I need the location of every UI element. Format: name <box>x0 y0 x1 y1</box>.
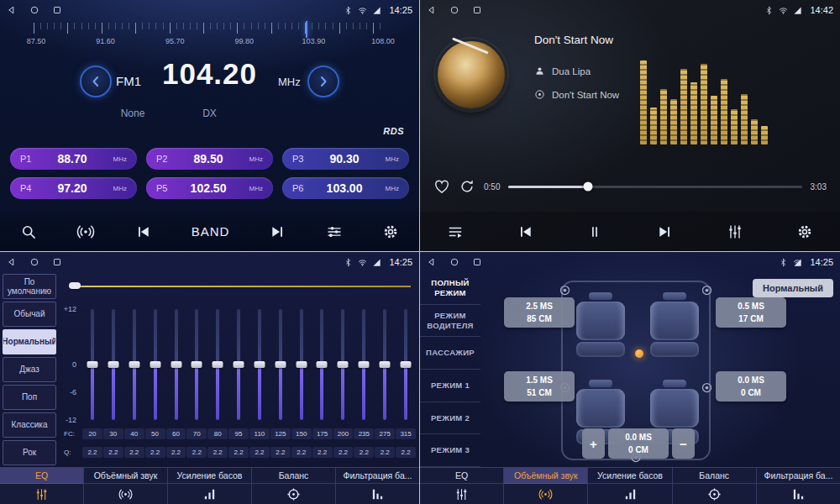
eq-band-slider[interactable] <box>103 309 124 420</box>
back-icon[interactable] <box>7 5 17 15</box>
progress-knob[interactable] <box>583 182 592 192</box>
tune-icon[interactable] <box>326 223 343 240</box>
eq-preset-classic[interactable]: Классика <box>3 412 56 438</box>
eq-band-slider[interactable] <box>165 309 186 420</box>
eq-band-slider[interactable] <box>249 309 270 420</box>
tab-surround[interactable]: Объёмный звук <box>503 468 587 504</box>
eq-band-knob[interactable] <box>296 361 307 368</box>
eq-band-slider[interactable] <box>270 309 291 420</box>
tab-filter[interactable]: Фильтрация ба... <box>756 468 840 504</box>
recents-square-icon[interactable] <box>52 257 62 267</box>
faders-icon[interactable] <box>727 223 743 240</box>
eq-band-slider[interactable] <box>124 309 145 420</box>
tab-balance[interactable]: Баланс <box>672 468 756 504</box>
heart-icon[interactable] <box>433 178 450 195</box>
gear-icon[interactable] <box>796 223 813 240</box>
sound-preset-button[interactable]: Нормальный <box>753 279 833 297</box>
recents-square-icon[interactable] <box>472 257 482 267</box>
delay-rear-left[interactable]: 1.5 MS 51 CM <box>504 371 575 402</box>
tab-bass-boost[interactable]: Усиление басов <box>587 468 671 504</box>
decrease-delay-button[interactable]: − <box>672 428 695 459</box>
eq-band-slider[interactable] <box>291 309 312 420</box>
eq-preset-jazz[interactable]: Джаз <box>3 357 56 382</box>
gear-icon[interactable] <box>382 223 399 240</box>
home-circle-icon[interactable] <box>29 5 39 15</box>
eq-band-knob[interactable] <box>338 361 349 368</box>
eq-band-slider[interactable] <box>228 309 249 420</box>
eq-band-knob[interactable] <box>358 361 369 368</box>
delay-front-right[interactable]: 0.5 MS 17 CM <box>716 297 786 328</box>
preset-button-p1[interactable]: P1 88.70 MHz <box>10 148 137 170</box>
eq-band-knob[interactable] <box>192 361 202 368</box>
preset-button-p5[interactable]: P5 102.50 MHz <box>146 177 273 199</box>
eq-band-knob[interactable] <box>129 361 140 368</box>
eq-band-knob[interactable] <box>234 361 244 368</box>
repeat-icon[interactable] <box>459 178 475 195</box>
eq-preset-default[interactable]: По умолчанию <box>3 274 56 299</box>
eq-preset-normal[interactable]: Нормальный <box>3 329 56 354</box>
home-circle-icon[interactable] <box>449 257 459 267</box>
mode-2[interactable]: РЕЖИМ 2 <box>420 402 480 435</box>
eq-band-knob[interactable] <box>213 361 223 368</box>
preset-button-p3[interactable]: P3 90.30 MHz <box>282 148 409 170</box>
eq-band-slider[interactable] <box>207 309 228 420</box>
eq-band-knob[interactable] <box>275 361 286 368</box>
mode-full[interactable]: ПОЛНЫЙ РЕЖИМ <box>420 272 480 305</box>
recents-square-icon[interactable] <box>472 5 482 15</box>
preamp-handle[interactable] <box>69 282 81 289</box>
mode-3[interactable]: РЕЖИМ 3 <box>420 434 480 467</box>
eq-band-knob[interactable] <box>108 361 119 368</box>
back-icon[interactable] <box>7 257 17 267</box>
seek-up-button[interactable] <box>307 66 339 97</box>
mode-passenger[interactable]: ПАССАЖИР <box>420 337 480 370</box>
eq-band-knob[interactable] <box>317 361 328 368</box>
eq-band-knob[interactable] <box>87 361 98 368</box>
tab-bass-boost[interactable]: Усиление басов <box>167 468 251 504</box>
prev-track-icon[interactable] <box>517 223 533 240</box>
eq-band-slider[interactable] <box>333 309 354 420</box>
eq-band-slider[interactable] <box>374 309 395 420</box>
prev-track-icon[interactable] <box>134 223 151 240</box>
eq-preset-custom[interactable]: Обычай <box>3 302 56 327</box>
eq-preset-rock[interactable]: Рок <box>3 440 56 465</box>
home-circle-icon[interactable] <box>29 257 39 267</box>
recents-square-icon[interactable] <box>52 5 62 15</box>
home-circle-icon[interactable] <box>449 5 459 15</box>
eq-band-knob[interactable] <box>400 361 411 368</box>
preset-button-p6[interactable]: P6 103.00 MHz <box>282 177 409 199</box>
search-icon[interactable] <box>20 223 37 240</box>
eq-band-knob[interactable] <box>171 361 181 368</box>
tab-eq[interactable]: EQ <box>420 468 503 504</box>
preset-button-p4[interactable]: P4 97.20 MHz <box>10 177 137 199</box>
playlist-icon[interactable] <box>447 223 464 240</box>
tab-filter[interactable]: Фильтрация ба... <box>335 468 419 504</box>
eq-band-knob[interactable] <box>379 361 390 368</box>
eq-band-slider[interactable] <box>144 309 165 420</box>
tab-surround[interactable]: Объёмный звук <box>83 468 167 504</box>
eq-band-slider[interactable] <box>354 309 375 420</box>
tab-eq[interactable]: EQ <box>0 468 83 504</box>
delay-rear-right[interactable]: 0.0 MS 0 CM <box>716 371 786 402</box>
frequency-scale[interactable]: 87.50 91.60 95.70 99.80 103.90 108.00 <box>8 23 411 51</box>
broadcast-icon[interactable] <box>76 223 95 241</box>
band-button[interactable]: BAND <box>192 224 230 239</box>
eq-band-slider[interactable] <box>395 309 416 420</box>
next-track-icon[interactable] <box>270 223 286 240</box>
eq-band-slider[interactable] <box>312 309 333 420</box>
eq-band-slider[interactable] <box>186 309 207 420</box>
eq-band-knob[interactable] <box>150 361 160 368</box>
back-icon[interactable] <box>427 5 437 15</box>
mode-1[interactable]: РЕЖИМ 1 <box>420 370 480 402</box>
progress-bar[interactable] <box>508 186 801 188</box>
eq-band-slider[interactable] <box>82 309 103 420</box>
pause-icon[interactable] <box>586 223 603 240</box>
listener-position-dot[interactable] <box>635 349 643 358</box>
tab-balance[interactable]: Баланс <box>251 468 335 504</box>
preamp-slider[interactable] <box>72 286 411 287</box>
back-icon[interactable] <box>427 257 437 267</box>
eq-band-knob[interactable] <box>254 361 265 368</box>
preset-button-p2[interactable]: P2 89.50 MHz <box>146 148 273 170</box>
delay-front-left[interactable]: 2.5 MS 85 CM <box>504 297 575 328</box>
eq-preset-pop[interactable]: Поп <box>3 385 56 410</box>
mode-driver[interactable]: РЕЖИМ ВОДИТЕЛЯ <box>420 305 480 338</box>
